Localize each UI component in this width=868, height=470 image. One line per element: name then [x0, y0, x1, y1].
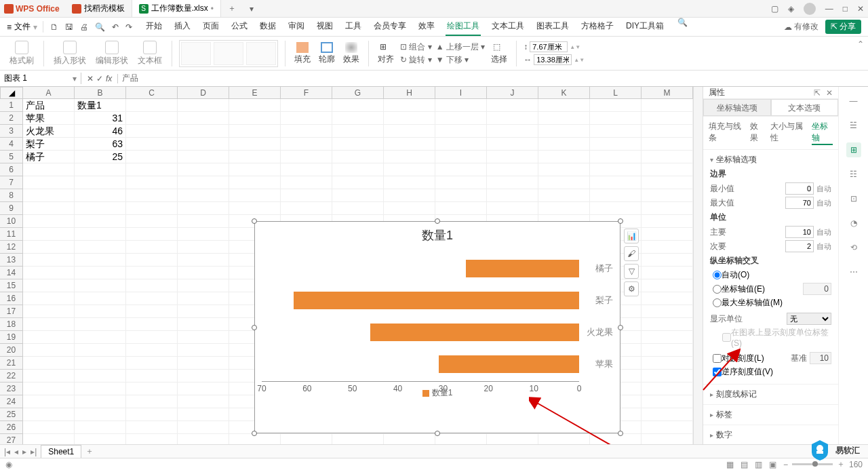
- cell[interactable]: [23, 279, 75, 292]
- chart-title[interactable]: 数量1: [255, 222, 620, 246]
- cell[interactable]: [75, 434, 126, 444]
- properties-icon[interactable]: ⊞: [846, 142, 861, 157]
- cell[interactable]: [590, 125, 642, 138]
- chart-bar[interactable]: [466, 260, 579, 277]
- cell[interactable]: [642, 138, 693, 151]
- cell[interactable]: [642, 357, 693, 370]
- cell[interactable]: [23, 357, 75, 370]
- cell[interactable]: 苹果: [23, 112, 75, 125]
- cell[interactable]: [590, 99, 642, 112]
- cell[interactable]: [538, 125, 590, 138]
- sheet-tab[interactable]: Sheet1: [41, 445, 81, 458]
- cell[interactable]: [178, 125, 229, 138]
- cell[interactable]: [281, 202, 332, 215]
- cell[interactable]: [178, 254, 229, 267]
- panel-close-icon[interactable]: ✕: [826, 88, 833, 98]
- cell[interactable]: [229, 176, 281, 189]
- cell[interactable]: [75, 318, 126, 331]
- row-header[interactable]: 26: [0, 421, 23, 434]
- tab-insert[interactable]: 插入: [173, 18, 192, 36]
- tab-member[interactable]: 会员专享: [372, 18, 408, 36]
- cell[interactable]: [281, 163, 332, 176]
- cell[interactable]: [75, 383, 126, 395]
- view-normal-icon[interactable]: ▦: [726, 460, 734, 469]
- zoom-control[interactable]: − ＋ 160: [783, 458, 863, 470]
- chart-object[interactable]: 📊 🖌 ▽ ⚙ 数量1 橘子梨子火龙果苹果706050403020100 数量1: [254, 221, 620, 433]
- cell[interactable]: [538, 151, 590, 163]
- cell[interactable]: [538, 112, 590, 125]
- cell[interactable]: [538, 189, 590, 202]
- select-button[interactable]: ⬚选择: [489, 42, 509, 65]
- cell[interactable]: [23, 370, 75, 383]
- resize-handle[interactable]: [618, 325, 623, 330]
- cell[interactable]: [23, 344, 75, 357]
- cell[interactable]: [178, 228, 229, 241]
- record-macro-icon[interactable]: ◉: [5, 460, 12, 469]
- more-icon[interactable]: ⋯: [846, 265, 861, 279]
- col-header[interactable]: M: [642, 87, 693, 99]
- cell[interactable]: 梨子: [23, 138, 75, 151]
- col-header[interactable]: A: [23, 87, 75, 99]
- cell[interactable]: [332, 151, 384, 163]
- chart-bar[interactable]: [294, 292, 579, 309]
- cell[interactable]: [126, 138, 178, 151]
- cell[interactable]: [126, 421, 178, 434]
- cell[interactable]: [435, 189, 487, 202]
- cell[interactable]: [126, 434, 178, 444]
- col-header[interactable]: J: [487, 87, 538, 99]
- outline-button[interactable]: 轮廓: [317, 42, 337, 65]
- vertical-scrollbar[interactable]: [693, 87, 703, 444]
- cell[interactable]: 数量1: [75, 99, 126, 112]
- cell[interactable]: [332, 163, 384, 176]
- major-input[interactable]: [785, 226, 814, 238]
- print-icon[interactable]: 🖨: [80, 22, 88, 32]
- cell[interactable]: [178, 267, 229, 279]
- cell[interactable]: [75, 344, 126, 357]
- min-input[interactable]: [785, 182, 814, 195]
- chart-bar[interactable]: [439, 355, 579, 373]
- cell[interactable]: [75, 395, 126, 408]
- row-header[interactable]: 27: [0, 434, 23, 444]
- max-input[interactable]: [785, 197, 814, 209]
- cell[interactable]: 火龙果: [23, 125, 75, 138]
- sheet-prev-icon[interactable]: ◂: [14, 447, 18, 456]
- cell[interactable]: [642, 395, 693, 408]
- view-layout-icon[interactable]: ▤: [741, 460, 748, 469]
- cell[interactable]: [126, 305, 178, 318]
- cell[interactable]: [229, 125, 281, 138]
- cell[interactable]: [178, 331, 229, 344]
- cell[interactable]: [487, 99, 538, 112]
- cell[interactable]: [126, 395, 178, 408]
- cell[interactable]: [126, 189, 178, 202]
- tab-workbook[interactable]: S工作簿数量.xlsx•: [132, 0, 221, 17]
- cell[interactable]: [178, 279, 229, 292]
- cell[interactable]: [75, 254, 126, 267]
- cell[interactable]: [23, 215, 75, 228]
- resize-handle[interactable]: [252, 431, 257, 436]
- cell[interactable]: [487, 176, 538, 189]
- cell[interactable]: [642, 318, 693, 331]
- row-header[interactable]: 11: [0, 228, 23, 241]
- panel-popout-icon[interactable]: ⇱: [814, 88, 821, 98]
- tab-efficiency[interactable]: 效率: [417, 18, 436, 36]
- tab-data[interactable]: 数据: [258, 18, 277, 36]
- cell[interactable]: [229, 151, 281, 163]
- name-box[interactable]: 图表 1▾: [0, 73, 81, 84]
- col-header[interactable]: F: [281, 87, 332, 99]
- style-icon[interactable]: ☱: [846, 118, 861, 133]
- cell[interactable]: [642, 176, 693, 189]
- cell[interactable]: [538, 202, 590, 215]
- cell[interactable]: [126, 357, 178, 370]
- chart-icon[interactable]: ◔: [846, 216, 861, 231]
- col-header[interactable]: E: [229, 87, 281, 99]
- cell[interactable]: [642, 408, 693, 421]
- cell[interactable]: [178, 151, 229, 163]
- close-button[interactable]: ✕: [857, 4, 864, 14]
- cell[interactable]: [642, 99, 693, 112]
- cell[interactable]: [642, 421, 693, 434]
- new-tab-button[interactable]: ＋: [221, 3, 243, 14]
- cell[interactable]: [75, 279, 126, 292]
- cell[interactable]: [178, 305, 229, 318]
- resize-handle[interactable]: [435, 431, 440, 436]
- col-header[interactable]: G: [332, 87, 384, 99]
